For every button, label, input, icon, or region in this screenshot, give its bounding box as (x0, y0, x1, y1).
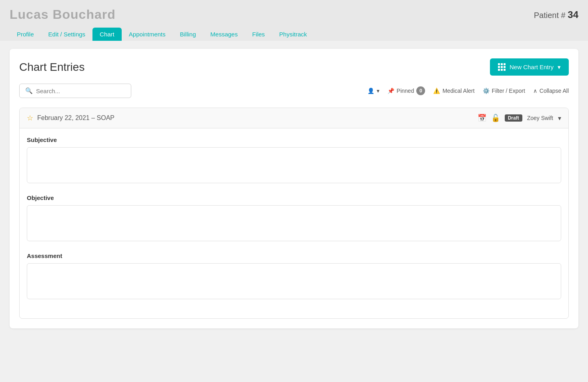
collapse-icon: ∧ (533, 88, 537, 94)
soap-objective-section: Objective (27, 194, 561, 243)
subjective-label: Subjective (27, 136, 561, 143)
chart-entry-card: ☆ February 22, 2021 – SOAP 📅 🔓 Draft Zoe… (19, 108, 569, 319)
tab-chart[interactable]: Chart (92, 28, 122, 41)
tab-billing[interactable]: Billing (173, 28, 203, 41)
dropdown-caret-icon: ▾ (558, 64, 561, 71)
assessment-textarea[interactable] (27, 263, 561, 299)
person-filter-button[interactable]: 👤 ▾ (367, 88, 379, 94)
chart-entry-left: ☆ February 22, 2021 – SOAP (27, 114, 114, 122)
alert-icon: ⚠️ (433, 88, 440, 94)
nav-tabs: Profile Edit / Settings Chart Appointmen… (10, 28, 578, 41)
new-chart-entry-button[interactable]: New Chart Entry ▾ (490, 58, 569, 76)
filter-export-label: Filter / Export (492, 88, 525, 94)
tab-messages[interactable]: Messages (203, 28, 245, 41)
grid-icon (498, 63, 506, 71)
header-top: Lucas Bouchard Patient # 34 (10, 7, 578, 22)
patient-label: Patient # (534, 11, 566, 20)
gear-icon: ⚙️ (483, 88, 490, 94)
objective-label: Objective (27, 194, 561, 201)
pin-icon: 📌 (387, 88, 394, 94)
main-content: Chart Entries New Chart Entry ▾ 🔍 👤 (0, 41, 588, 336)
search-icon: 🔍 (25, 87, 33, 94)
tab-appointments[interactable]: Appointments (122, 28, 173, 41)
content-card: Chart Entries New Chart Entry ▾ 🔍 👤 (10, 49, 578, 328)
tab-edit-settings[interactable]: Edit / Settings (41, 28, 93, 41)
soap-assessment-section: Assessment (27, 252, 561, 301)
soap-subjective-section: Subjective (27, 136, 561, 185)
medical-alert-button[interactable]: ⚠️ Medical Alert (433, 88, 474, 94)
lock-icon[interactable]: 🔓 (491, 114, 500, 122)
pinned-filter-button[interactable]: 📌 Pinned 0 (387, 86, 425, 95)
chart-entries-title: Chart Entries (19, 61, 84, 74)
subjective-textarea[interactable] (27, 147, 561, 183)
provider-name: Zoey Swift (527, 115, 553, 121)
star-icon[interactable]: ☆ (27, 114, 33, 122)
tab-files[interactable]: Files (245, 28, 272, 41)
search-input[interactable] (36, 88, 125, 94)
search-filter-bar: 🔍 👤 ▾ 📌 Pinned 0 ⚠️ Medical Alert (19, 84, 569, 98)
pinned-label: Pinned (397, 88, 414, 94)
chart-entry-header: ☆ February 22, 2021 – SOAP 📅 🔓 Draft Zoe… (20, 108, 568, 128)
patient-name: Lucas Bouchard (10, 7, 116, 22)
search-box: 🔍 (19, 84, 131, 98)
objective-textarea[interactable] (27, 205, 561, 241)
patient-number-container: Patient # 34 (534, 9, 578, 20)
patient-id: 34 (568, 9, 578, 20)
collapse-all-label: Collapse All (540, 88, 569, 94)
entry-dropdown-arrow[interactable]: ▾ (558, 114, 561, 122)
draft-badge: Draft (505, 114, 522, 122)
tab-physitrack[interactable]: Physitrack (272, 28, 314, 41)
chart-entry-date-title: February 22, 2021 – SOAP (37, 114, 114, 122)
assessment-label: Assessment (27, 252, 561, 259)
new-chart-entry-label: New Chart Entry (510, 64, 554, 70)
page-header: Lucas Bouchard Patient # 34 Profile Edit… (0, 0, 588, 41)
pinned-count-badge: 0 (416, 86, 425, 95)
medical-alert-label: Medical Alert (442, 88, 474, 94)
chart-entries-header: Chart Entries New Chart Entry ▾ (19, 58, 569, 76)
filter-export-button[interactable]: ⚙️ Filter / Export (483, 88, 525, 94)
chart-entry-right: 📅 🔓 Draft Zoey Swift ▾ (478, 114, 561, 122)
filter-actions: 👤 ▾ 📌 Pinned 0 ⚠️ Medical Alert ⚙️ Filte… (367, 86, 569, 95)
calendar-icon[interactable]: 📅 (478, 114, 486, 122)
tab-profile[interactable]: Profile (10, 28, 41, 41)
collapse-all-button[interactable]: ∧ Collapse All (533, 88, 569, 94)
person-filter-arrow: ▾ (377, 88, 379, 94)
person-icon: 👤 (367, 88, 374, 94)
chart-entry-body: Subjective Objective Assessment (20, 128, 568, 318)
